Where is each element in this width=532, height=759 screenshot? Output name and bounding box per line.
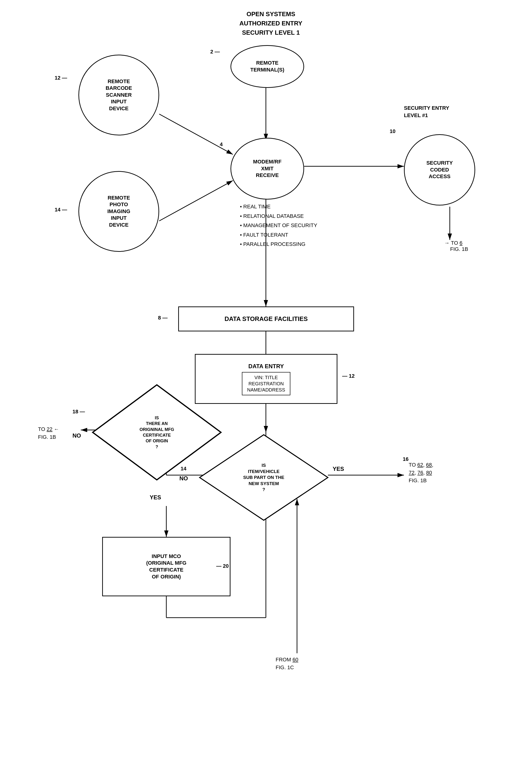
ref-14-photo: 14 — — [55, 207, 67, 213]
ref-10: 10 — [390, 128, 395, 135]
diagram-container: OPEN SYSTEMS AUTHORIZED ENTRY SECURITY L… — [0, 0, 532, 759]
barcode-scanner-label: REMOTEBARCODESCANNERINPUTDEVICE — [105, 78, 132, 112]
ref-from-60: FROM 60FIG. 1C — [276, 656, 298, 671]
bullet-relational-db: RELATIONAL DATABASE — [240, 212, 317, 221]
title-block: OPEN SYSTEMS AUTHORIZED ENTRY SECURITY L… — [233, 10, 309, 37]
diamond-item-text: ISITEM/VEHICLESUB PART ON THENEW SYSTEM? — [241, 460, 287, 495]
bullet-fault: FAULT TOLERANT — [240, 230, 317, 240]
data-storage-node: DATA STORAGE FACILITIES — [178, 306, 354, 331]
barcode-scanner-node: REMOTEBARCODESCANNERINPUTDEVICE — [78, 55, 159, 136]
ref-12-data: — 12 — [342, 373, 355, 379]
remote-terminal-label: REMOTETERMINAL(S) — [250, 60, 284, 73]
modem-label: MODEM/RFXMITRECEIVE — [253, 158, 282, 179]
ref-20: — 20 — [216, 563, 229, 569]
diamond-mfg-text: ISTHERE ANORIGNINAL MFGCERTIFICATEOF ORI… — [137, 413, 177, 452]
diamond-item-yes: YES — [333, 466, 344, 472]
data-entry-header: DATA ENTRY — [248, 363, 284, 370]
security-coded-node: SECURITYCODEDACCESS — [404, 134, 475, 206]
bullet-parallel: PARALLEL PROCESSING — [240, 239, 317, 249]
photo-imaging-node: REMOTEPHOTOIMAGINGINPUTDEVICE — [78, 171, 159, 252]
ref-to-22: TO 22 ←FIG. 1B — [38, 425, 59, 441]
data-entry-inner: VIN: TITLEREGISTRATIONNAME/ADDRESS — [242, 372, 290, 395]
svg-line-2 — [159, 180, 233, 221]
bullet-list: REAL TIME RELATIONAL DATABASE MANAGEMENT… — [240, 202, 317, 249]
ref-12-barcode: 12 — — [55, 75, 67, 81]
ref-18: 18 — — [72, 409, 85, 415]
security-entry-label: SECURITY ENTRYLEVEL #1 — [404, 104, 449, 119]
input-mco-label: INPUT MCO(ORIGINAL MFGCERTIFICATEOF ORIG… — [146, 553, 186, 580]
svg-line-1 — [159, 114, 233, 154]
diamond-mfg-yes: YES — [150, 494, 161, 501]
ref-to-6: → TO 6 FIG. 1B — [444, 240, 468, 252]
diamond-mfg-no: NO — [72, 432, 81, 439]
input-mco-node: INPUT MCO(ORIGINAL MFGCERTIFICATEOF ORIG… — [102, 537, 230, 596]
photo-imaging-label: REMOTEPHOTOIMAGINGINPUTDEVICE — [107, 195, 131, 228]
diamond-mfg-shape: ISTHERE ANORIGNINAL MFGCERTIFICATEOF ORI… — [90, 382, 224, 482]
diamond-mfg-node: ISTHERE ANORIGNINAL MFGCERTIFICATEOF ORI… — [90, 382, 224, 482]
security-coded-label: SECURITYCODEDACCESS — [426, 160, 453, 180]
ref-8: 8 — — [158, 315, 168, 321]
ref-16: 16 — [403, 456, 408, 462]
ref-to-62: TO 62, 68,72, 76, 80FIG. 1B — [409, 461, 433, 484]
data-storage-label: DATA STORAGE FACILITIES — [225, 315, 308, 323]
ref-4: 4 — [220, 141, 223, 147]
modem-node: MODEM/RFXMITRECEIVE — [230, 138, 304, 200]
bullet-real-time: REAL TIME — [240, 202, 317, 212]
bullet-management: MANAGEMENT OF SECURITY — [240, 221, 317, 230]
ref-2: 2 — — [210, 49, 220, 55]
remote-terminal-node: REMOTETERMINAL(S) — [230, 45, 304, 88]
